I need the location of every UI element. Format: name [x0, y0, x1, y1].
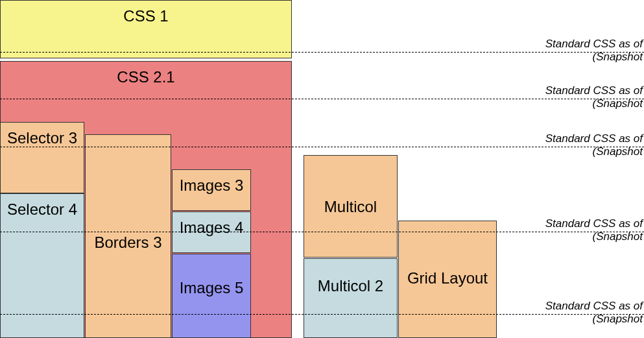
box-selector4: Selector 4	[0, 193, 84, 338]
box-label: Images 5	[180, 279, 244, 297]
box-label: Selector 4	[7, 200, 77, 219]
caption-line2: (Snapshot	[526, 230, 643, 243]
box-label: Grid Layout	[407, 269, 488, 287]
box-gridlayout: Grid Layout	[398, 221, 497, 338]
box-images5: Images 5	[172, 254, 251, 338]
box-multicol2: Multicol 2	[304, 258, 398, 338]
caption-line1: Standard CSS as of	[545, 132, 643, 145]
caption-line2: (Snapshot	[526, 313, 643, 326]
box-label: Borders 3	[94, 234, 161, 252]
caption-line2: (Snapshot	[526, 145, 643, 158]
box-label: CSS 1	[123, 7, 168, 25]
box-label: CSS 2.1	[117, 68, 174, 86]
box-images4: Images 4	[172, 211, 251, 253]
box-multicol: Multicol	[304, 155, 398, 258]
caption-2: Standard CSS as of(Snapshot	[526, 132, 643, 158]
box-borders3: Borders 3	[85, 134, 171, 338]
box-selector3: Selector 3	[0, 122, 84, 193]
box-label: Multicol	[324, 198, 377, 216]
caption-line2: (Snapshot	[526, 97, 643, 110]
box-label: Images 4	[180, 219, 244, 237]
box-label: Selector 3	[7, 129, 77, 147]
caption-0: Standard CSS as of(Snapshot	[526, 38, 643, 63]
box-label: Multicol 2	[318, 277, 383, 295]
box-images3: Images 3	[172, 169, 251, 211]
box-label: Images 3	[180, 176, 244, 195]
caption-1: Standard CSS as of(Snapshot	[526, 84, 643, 110]
caption-4: Standard CSS as of(Snapshot	[526, 300, 643, 325]
caption-line1: Standard CSS as of	[545, 38, 643, 50]
caption-line1: Standard CSS as of	[545, 300, 643, 312]
box-css1: CSS 1	[0, 0, 292, 58]
caption-line2: (Snapshot	[526, 51, 643, 64]
caption-line1: Standard CSS as of	[545, 217, 643, 230]
caption-line1: Standard CSS as of	[545, 84, 643, 97]
caption-3: Standard CSS as of(Snapshot	[526, 217, 643, 243]
